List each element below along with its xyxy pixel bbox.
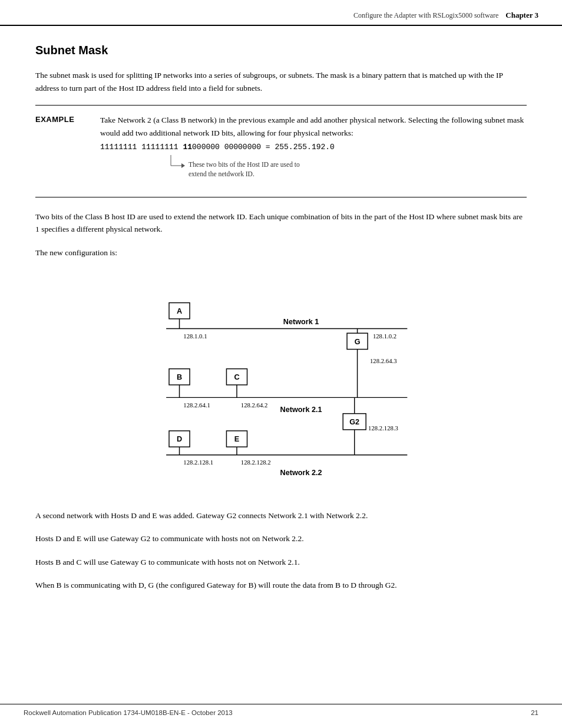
svg-text:C: C xyxy=(234,373,239,381)
svg-text:128.2.64.1: 128.2.64.1 xyxy=(183,401,210,408)
main-content: Subnet Mask The subnet mask is used for … xyxy=(0,26,562,626)
example-content: Take Network 2 (a Class B network) in th… xyxy=(100,114,527,189)
svg-text:128.2.64.2: 128.2.64.2 xyxy=(241,401,268,408)
header-title: Configure the Adapter with RSLogix5000 s… xyxy=(353,11,498,20)
svg-text:D: D xyxy=(177,435,182,443)
svg-text:Network 1: Network 1 xyxy=(283,317,319,325)
intro-paragraph: The subnet mask is used for splitting IP… xyxy=(35,69,527,94)
binary-suffix: 000000 00000000 = 255.255.192.0 xyxy=(192,143,335,151)
example-box: EXAMPLE Take Network 2 (a Class B networ… xyxy=(35,105,527,197)
paragraph4: Hosts B and C will use Gateway G to comm… xyxy=(35,556,527,569)
page: Configure the Adapter with RSLogix5000 s… xyxy=(0,0,562,728)
paragraph5: When B is communicating with D, G (the c… xyxy=(35,579,527,592)
svg-text:G: G xyxy=(355,337,361,345)
paragraph2: A second network with Hosts D and E was … xyxy=(35,509,527,522)
example-text: Take Network 2 (a Class B network) in th… xyxy=(100,116,524,137)
header-chapter: Chapter 3 xyxy=(505,11,538,20)
svg-text:E: E xyxy=(234,435,239,443)
svg-text:128.1.0.1: 128.1.0.1 xyxy=(183,332,207,340)
binary-prefix: 11111111 11111111 xyxy=(100,143,183,151)
svg-text:128.2.128.1: 128.2.128.1 xyxy=(183,459,213,466)
svg-text:128.2.64.3: 128.2.64.3 xyxy=(370,357,397,364)
svg-text:Network 2.2: Network 2.2 xyxy=(280,468,322,476)
annotation-area: These two bits of the Host ID are used t… xyxy=(159,155,527,189)
paragraph3: Hosts D and E will use Gateway G2 to com… xyxy=(35,532,527,545)
annotation-text: These two bits of the Host ID are used t… xyxy=(189,160,300,179)
svg-text:A: A xyxy=(177,307,182,315)
svg-text:128.2.128.2: 128.2.128.2 xyxy=(241,459,271,466)
svg-text:128.1.0.2: 128.1.0.2 xyxy=(373,332,396,340)
svg-text:G2: G2 xyxy=(349,418,359,426)
footer-left: Rockwell Automation Publication 1734-UM0… xyxy=(24,709,233,716)
diagram-svg: A 128.1.0.1 Network 1 G 128.1.0.2 128.2.… xyxy=(134,271,428,495)
new-config-label: The new configuration is: xyxy=(35,246,527,259)
example-label: EXAMPLE xyxy=(35,114,100,189)
section-title: Subnet Mask xyxy=(35,44,527,57)
svg-text:Network 2.1: Network 2.1 xyxy=(280,405,322,413)
svg-text:128.2.128.3: 128.2.128.3 xyxy=(368,424,398,431)
footer-right: 21 xyxy=(531,709,538,716)
page-header: Configure the Adapter with RSLogix5000 s… xyxy=(0,0,562,26)
page-footer: Rockwell Automation Publication 1734-UM0… xyxy=(0,704,562,716)
binary-bold: 11 xyxy=(183,143,192,151)
network-diagram: A 128.1.0.1 Network 1 G 128.1.0.2 128.2.… xyxy=(134,271,428,498)
svg-marker-0 xyxy=(181,163,185,168)
svg-text:B: B xyxy=(177,373,182,381)
binary-line: 11111111 11111111 11000000 00000000 = 25… xyxy=(100,141,527,154)
paragraph1: Two bits of the Class B host ID are used… xyxy=(35,210,527,236)
